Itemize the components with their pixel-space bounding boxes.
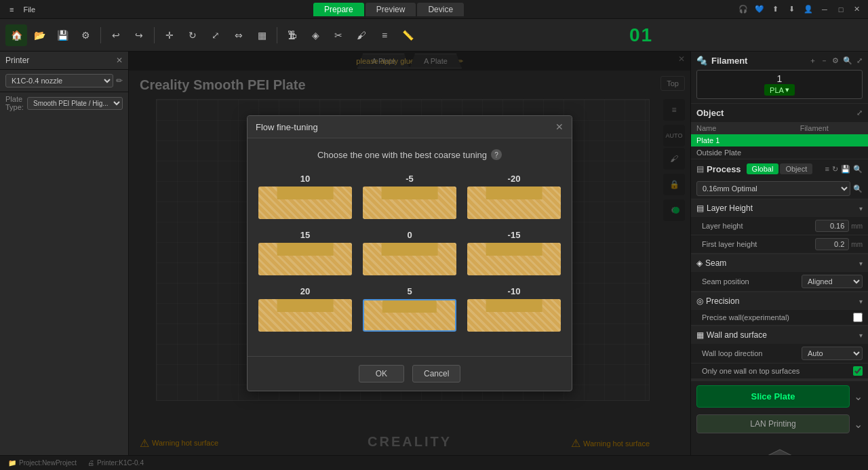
window-minimize[interactable]: ─ bbox=[819, 4, 830, 15]
filament-type-btn[interactable]: PLA ▾ bbox=[764, 84, 795, 96]
settings-select-seam-0[interactable]: AlignedRandomNearest bbox=[802, 275, 863, 288]
settings-checkbox-precision-0[interactable] bbox=[853, 313, 863, 322]
table-row[interactable]: Plate 1 bbox=[691, 134, 868, 146]
group-header-seam[interactable]: ◈ Seam ▾ bbox=[691, 254, 868, 272]
group-icon-layer-height: ▤ bbox=[696, 203, 704, 213]
filament-expand-icon[interactable]: ⤢ bbox=[856, 56, 863, 65]
sample-block[interactable] bbox=[467, 299, 561, 332]
sample-cell[interactable]: -10 bbox=[467, 286, 561, 332]
profile-search-icon[interactable]: 🔍 bbox=[853, 184, 863, 193]
dialog-close-btn[interactable]: ✕ bbox=[555, 121, 564, 132]
toolbar-paint[interactable]: 🖌 bbox=[351, 24, 372, 46]
process-tab-global[interactable]: Global bbox=[747, 163, 779, 174]
toolbar-move[interactable]: ✛ bbox=[159, 24, 180, 46]
lan-expand-icon[interactable]: ⌄ bbox=[854, 418, 863, 431]
settings-unit-layer-height-0: mm bbox=[851, 222, 863, 230]
toolbar-open[interactable]: 📂 bbox=[28, 24, 50, 46]
process-list-icon[interactable]: ≡ bbox=[825, 165, 829, 174]
tab-prepare[interactable]: Prepare bbox=[313, 3, 364, 16]
sample-block[interactable] bbox=[467, 187, 561, 219]
process-refresh-icon[interactable]: ↻ bbox=[832, 165, 838, 174]
settings-label-wall-surface-1: Only one wall on top surfaces bbox=[702, 367, 853, 375]
svg-marker-1 bbox=[760, 450, 800, 455]
menu-logo[interactable]: ≡ bbox=[5, 4, 18, 15]
settings-unit-layer-height-1: mm bbox=[851, 241, 863, 248]
toolbar-cut[interactable]: ✂ bbox=[328, 24, 349, 46]
group-title-wall-surface: ▦ Wall and surface bbox=[696, 330, 767, 340]
toolbar-measure[interactable]: 📏 bbox=[397, 24, 418, 46]
project-status: 📁 Project:NewProject bbox=[8, 459, 77, 467]
toolbar-redo[interactable]: ↪ bbox=[128, 24, 150, 46]
toolbar-layer[interactable]: ≡ bbox=[374, 24, 395, 46]
sample-cell[interactable]: 10 bbox=[258, 174, 352, 219]
toolbar-support[interactable]: 🗜 bbox=[281, 24, 303, 46]
settings-checkbox-wall-surface-1[interactable] bbox=[853, 366, 863, 376]
tab-device[interactable]: Device bbox=[417, 3, 464, 16]
sample-block[interactable] bbox=[258, 299, 352, 332]
group-header-wall-surface[interactable]: ▦ Wall and surface ▾ bbox=[691, 326, 868, 344]
sample-block[interactable] bbox=[363, 243, 456, 275]
printer-edit-icon[interactable]: ✏ bbox=[116, 76, 123, 85]
plate-type-row: Plate Type: Smooth PEI Plate / Hig... bbox=[0, 92, 128, 114]
slice-expand-icon[interactable]: ⌄ bbox=[854, 390, 863, 403]
toolbar-save[interactable]: 💾 bbox=[52, 24, 73, 46]
toolbar-scale[interactable]: ⤢ bbox=[205, 24, 226, 46]
sample-block[interactable] bbox=[363, 187, 456, 219]
group-chevron-seam: ▾ bbox=[859, 260, 863, 267]
icon-headphones[interactable]: 🎧 bbox=[738, 4, 749, 15]
icon-upload[interactable]: ⬆ bbox=[770, 4, 781, 15]
process-tab-object[interactable]: Object bbox=[780, 163, 812, 174]
printer-select[interactable]: K1C-0.4 nozzle bbox=[5, 74, 113, 87]
sample-block[interactable] bbox=[258, 243, 352, 275]
sample-cell[interactable]: 0 bbox=[363, 230, 456, 275]
toolbar-mirror[interactable]: ⇔ bbox=[228, 24, 250, 46]
settings-select-wall-surface-0[interactable]: AutoClockwiseCounter-clockwise bbox=[802, 347, 863, 360]
tab-preview[interactable]: Preview bbox=[366, 3, 416, 16]
sample-block[interactable] bbox=[363, 299, 456, 332]
sample-block[interactable] bbox=[258, 187, 352, 219]
lan-btn[interactable]: LAN Printing bbox=[696, 414, 850, 433]
process-save-icon[interactable]: 💾 bbox=[841, 165, 850, 174]
process-header: ▤ Process Global Object ≡ ↻ 💾 🔍 bbox=[691, 159, 868, 178]
filament-minus-icon[interactable]: － bbox=[821, 56, 828, 66]
sample-cell[interactable]: 15 bbox=[258, 230, 352, 275]
object-expand-icon[interactable]: ⤢ bbox=[856, 109, 863, 117]
filament-search-icon[interactable]: 🔍 bbox=[843, 56, 852, 65]
dialog-cancel-btn[interactable]: Cancel bbox=[412, 365, 460, 383]
process-search-icon[interactable]: 🔍 bbox=[853, 165, 863, 174]
plate-type-select[interactable]: Smooth PEI Plate / Hig... bbox=[27, 97, 123, 110]
table-row[interactable]: Outside Plate bbox=[691, 146, 868, 159]
window-maximize[interactable]: □ bbox=[835, 4, 846, 15]
slice-btn[interactable]: Slice Plate bbox=[696, 385, 850, 408]
profile-select[interactable]: 0.16mm Optimal bbox=[696, 181, 850, 196]
help-icon[interactable]: ? bbox=[491, 149, 502, 160]
dialog-ok-btn[interactable]: OK bbox=[359, 365, 404, 383]
group-chevron-wall-surface: ▾ bbox=[859, 332, 863, 339]
filament-add-icon[interactable]: ＋ bbox=[809, 56, 816, 66]
icon-profile[interactable]: 💙 bbox=[754, 4, 765, 15]
filament-settings-icon[interactable]: ⚙ bbox=[832, 56, 839, 65]
toolbar-settings[interactable]: ⚙ bbox=[75, 24, 96, 46]
group-layer-height: ▤ Layer Height ▾ Layer height0.16mmFirst… bbox=[691, 199, 868, 254]
sample-cell[interactable]: 20 bbox=[258, 286, 352, 332]
sample-cell[interactable]: -20 bbox=[467, 174, 561, 219]
group-header-precision[interactable]: ◎ Precision ▾ bbox=[691, 292, 868, 310]
sample-cell[interactable]: 5 bbox=[363, 286, 456, 332]
printer-panel-close[interactable]: ✕ bbox=[116, 56, 123, 65]
toolbar-arrange[interactable]: ▦ bbox=[251, 24, 273, 46]
settings-value-layer-height-0[interactable]: 0.16 bbox=[815, 220, 849, 232]
sample-cell[interactable]: -5 bbox=[363, 174, 456, 219]
sample-cell[interactable]: -15 bbox=[467, 230, 561, 275]
icon-download[interactable]: ⬇ bbox=[787, 4, 797, 15]
printer-label: Printer:K1C-0.4 bbox=[97, 459, 144, 467]
toolbar-rotate[interactable]: ↻ bbox=[182, 24, 203, 46]
settings-value-layer-height-1[interactable]: 0.2 bbox=[815, 238, 849, 250]
icon-user[interactable]: 👤 bbox=[803, 4, 814, 15]
sample-block[interactable] bbox=[467, 243, 561, 275]
toolbar-seam[interactable]: ◈ bbox=[304, 24, 326, 46]
toolbar-home[interactable]: 🏠 bbox=[5, 24, 27, 46]
toolbar-undo[interactable]: ↩ bbox=[105, 24, 127, 46]
menu-file[interactable]: File bbox=[19, 4, 39, 15]
window-close[interactable]: ✕ bbox=[852, 4, 863, 15]
group-header-layer-height[interactable]: ▤ Layer Height ▾ bbox=[691, 199, 868, 217]
